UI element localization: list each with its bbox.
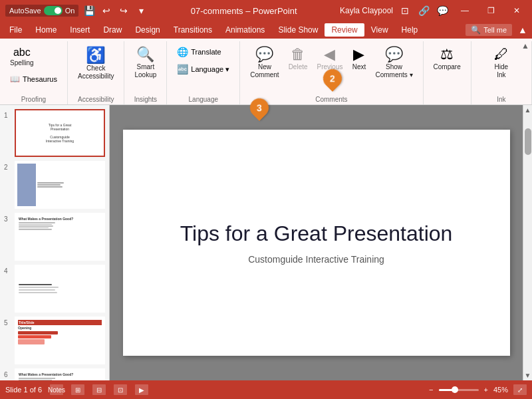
delete-icon: 🗑 [291,47,305,62]
minimize-button[interactable]: — [454,0,475,21]
slide-thumb-4[interactable]: 4 [3,263,106,314]
ribbon: abc Spelling 📖 Thesaurus Proofing ♿ Chec… [0,39,532,105]
autosave-toggle[interactable] [44,6,63,15]
slide-num-5: 5 [4,317,12,327]
slide-preview-5[interactable]: Title/Slide Opening [15,317,105,364]
slide-thumb-2[interactable]: 2 [3,160,106,210]
slide-preview-2[interactable] [15,161,105,209]
slide-title: Tips for a Great Presentation [180,221,453,246]
menu-animations[interactable]: Animations [219,23,271,37]
status-bar: Slide 1 of 6 Notes ⊞ ⊟ ⊡ ▶ − + 45% ⤢ [0,380,532,399]
slider-track [439,389,479,391]
fit-slide-button[interactable]: ⤢ [513,384,527,395]
menu-insert[interactable]: Insert [63,23,96,37]
translate-button[interactable]: 🌐 Translate [172,44,225,60]
tell-me-label: Tell me [483,26,507,34]
slide-preview-6[interactable]: What Makes a Presentation Good? [15,368,105,380]
vertical-scrollbar[interactable]: ▲ ▼ [523,105,532,380]
menu-home[interactable]: Home [29,23,63,37]
accessibility-label: Accessibility [78,96,114,104]
redo-button[interactable]: ↪ [117,4,130,17]
zoom-minus[interactable]: − [429,386,433,394]
slide-num-6: 6 [4,368,12,378]
menu-review[interactable]: Review [325,23,364,37]
menu-view[interactable]: View [364,23,395,37]
menu-bar: File Home Insert Draw Design Transitions… [0,21,532,39]
ink-label: Ink [497,96,505,104]
menu-transitions[interactable]: Transitions [167,23,219,37]
menu-draw[interactable]: Draw [96,23,128,37]
slide-thumb-5[interactable]: 5 Title/Slide Opening [3,315,106,366]
new-comment-icon: 💬 [255,47,273,62]
ribbon-collapse-button[interactable]: ▲ [516,23,529,37]
smart-lookup-button[interactable]: 🔍 SmartLookup [130,44,161,82]
menu-file[interactable]: File [3,23,29,37]
menu-help[interactable]: Help [395,23,425,37]
search-icon: 🔍 [471,25,481,35]
slide-num-3: 3 [4,213,12,223]
notes-button[interactable]: Notes [50,384,63,395]
tell-me-input[interactable]: 🔍 Tell me [466,24,512,36]
close-button[interactable]: ✕ [507,0,527,21]
spelling-button[interactable]: abc Spelling [5,44,39,70]
slide-canvas[interactable]: Tips for a Great Presentation Customguid… [123,130,510,356]
scroll-up-arrow[interactable]: ▲ [523,105,532,115]
comments-label: Comments [315,96,347,104]
language-label: Language [189,96,219,104]
smart-lookup-icon: 🔍 [136,47,154,62]
translate-icon: 🌐 [177,47,188,57]
next-icon: ▶ [353,47,364,62]
restore-down-button[interactable]: ⊡ [398,4,412,17]
scroll-down-arrow[interactable]: ▼ [523,370,532,380]
badge-3-value: 3 [257,102,262,113]
zoom-level[interactable]: 45% [493,386,508,394]
slide-thumb-1[interactable]: 1 Tips for a GreatPresentationCustomguid… [3,108,106,158]
delete-comment-button[interactable]: 🗑 Delete [284,44,313,74]
maximize-button[interactable]: ❐ [481,0,501,21]
comments-button[interactable]: 💬 [436,4,449,17]
save-button[interactable]: 💾 [82,4,96,17]
normal-view-button[interactable]: ⊞ [71,384,84,395]
undo-button[interactable]: ↩ [100,4,113,17]
slideshow-view-button[interactable]: ▶ [135,384,148,395]
reading-view-button[interactable]: ⊡ [114,384,127,395]
scroll-thumb[interactable] [525,128,531,155]
share-button[interactable]: 🔗 [417,4,430,17]
slide-thumb-6[interactable]: 6 What Makes a Presentation Good? [3,367,106,380]
next-comment-button[interactable]: ▶ Next [347,44,370,74]
zoom-slider[interactable] [439,389,479,391]
slide-preview-4[interactable] [15,265,105,313]
ribbon-group-ink: 🖊 HideInk Ink [471,41,532,104]
ribbon-group-insights: 🔍 SmartLookup Insights [124,41,167,104]
title-bar-left: AutoSave On 💾 ↩ ↪ ▾ [5,4,148,17]
ribbon-expand-button[interactable]: ▲ [521,41,529,51]
compare-button[interactable]: ⚖ Compare [429,44,466,74]
slide-num-2: 2 [4,161,12,171]
thesaurus-button[interactable]: 📖 Thesaurus [5,72,62,86]
new-comment-button[interactable]: 💬 NewComment [245,44,283,82]
check-accessibility-button[interactable]: ♿ CheckAccessibility [73,44,118,84]
ribbon-group-compare: ⚖ Compare [424,41,471,104]
status-left: Slide 1 of 6 Notes ⊞ ⊟ ⊡ ▶ [5,384,148,395]
slide-num-1: 1 [4,109,12,119]
hide-ink-button[interactable]: 🖊 HideInk [487,44,515,82]
slide-sorter-button[interactable]: ⊟ [92,384,106,395]
slide-preview-3[interactable]: What Makes a Presentation Good? [15,213,105,261]
slide-panel[interactable]: 1 Tips for a GreatPresentationCustomguid… [0,105,110,380]
menu-slideshow[interactable]: Slide Show [271,23,325,37]
zoom-plus[interactable]: + [484,386,488,394]
customize-qat-button[interactable]: ▾ [134,4,148,17]
autosave-label: AutoSave [9,7,41,15]
language-button[interactable]: 🔤 Language ▾ [172,61,234,77]
ribbon-group-accessibility: ♿ CheckAccessibility Accessibility [68,41,124,104]
previous-icon: ◀ [324,47,335,62]
user-name: Kayla Claypool [340,6,393,15]
spelling-icon: abc [13,47,31,58]
window-title: 07-comments – PowerPoint [191,6,297,16]
show-comments-button[interactable]: 💬 ShowComments ▾ [370,44,417,82]
slide-preview-1[interactable]: Tips for a GreatPresentationCustomguideI… [15,109,105,157]
slide-thumb-3[interactable]: 3 What Makes a Presentation Good? [3,211,106,262]
menu-design[interactable]: Design [128,23,166,37]
slider-thumb[interactable] [452,386,458,393]
autosave-badge[interactable]: AutoSave On [5,5,78,17]
